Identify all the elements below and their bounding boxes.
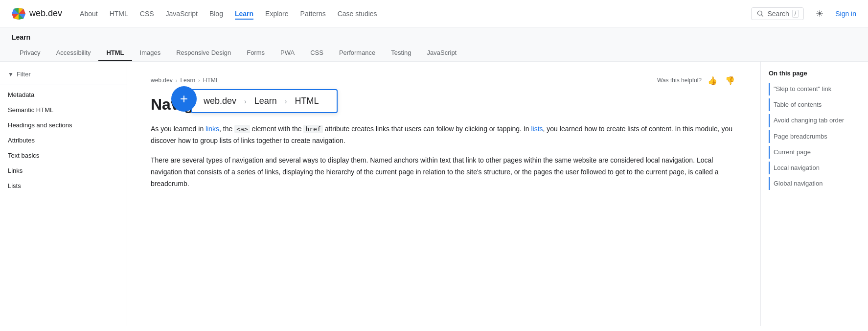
section-header: Learn Privacy Accessibility HTML Images … <box>0 27 868 62</box>
nav-javascript[interactable]: JavaScript <box>166 8 198 20</box>
tab-performance[interactable]: Performance <box>331 45 383 61</box>
breadcrumb-sep-1: › <box>176 77 178 83</box>
helpful-text: Was this helpful? <box>657 77 702 84</box>
breadcrumb-learn[interactable]: Learn <box>180 77 195 84</box>
helpful-row: Was this helpful? 👍 👎 <box>657 73 737 87</box>
breadcrumb: web.dev › Learn › HTML <box>151 77 219 84</box>
toc-current-page[interactable]: Current page <box>769 146 860 159</box>
zoom-tooltip: web.dev › Learn › HTML <box>191 89 338 113</box>
page-body: As you learned in links, the <a> element… <box>151 123 737 189</box>
nav-patterns[interactable]: Patterns <box>300 8 326 20</box>
main-layout: ▼ Filter Metadata Semantic HTML Headings… <box>0 62 868 326</box>
search-icon <box>756 10 764 18</box>
sidebar-item-attributes[interactable]: Attributes <box>0 133 127 148</box>
tab-css[interactable]: CSS <box>302 45 331 61</box>
tab-javascript[interactable]: JavaScript <box>419 45 465 61</box>
right-sidebar: On this page "Skip to content" link Tabl… <box>760 62 868 326</box>
sidebar-item-metadata[interactable]: Metadata <box>0 87 127 102</box>
sidebar-item-text-basics[interactable]: Text basics <box>0 148 127 163</box>
svg-line-9 <box>761 15 763 17</box>
helpful-thumbs-up[interactable]: 👍 <box>706 73 719 87</box>
left-sidebar: ▼ Filter Metadata Semantic HTML Headings… <box>0 62 127 326</box>
toc-skip-to-content[interactable]: "Skip to content" link <box>769 83 860 95</box>
logo[interactable]: web.dev <box>12 7 62 21</box>
nav-about[interactable]: About <box>80 8 98 20</box>
breadcrumb-html[interactable]: HTML <box>203 77 219 84</box>
breadcrumb-webdev[interactable]: web.dev <box>151 77 173 84</box>
tab-html[interactable]: HTML <box>98 45 132 61</box>
slash-badge: / <box>792 10 799 18</box>
sidebar-item-links[interactable]: Links <box>0 163 127 178</box>
tab-images[interactable]: Images <box>132 45 169 61</box>
toc-avoid-changing-tab-order[interactable]: Avoid changing tab order <box>769 114 860 127</box>
sign-in-button[interactable]: Sign in <box>835 10 856 18</box>
logo-icon <box>12 7 25 21</box>
zoom-circle: + <box>171 86 197 112</box>
nav-blog[interactable]: Blog <box>209 8 223 20</box>
tab-forms[interactable]: Forms <box>239 45 273 61</box>
tab-privacy[interactable]: Privacy <box>12 45 48 61</box>
nav-html[interactable]: HTML <box>110 8 128 20</box>
sidebar-item-semantic-html[interactable]: Semantic HTML <box>0 102 127 118</box>
sidebar-divider <box>0 85 127 85</box>
toc-page-breadcrumbs[interactable]: Page breadcrumbs <box>769 130 860 143</box>
sidebar-item-lists[interactable]: Lists <box>0 178 127 193</box>
toc-table-of-contents[interactable]: Table of contents <box>769 98 860 111</box>
top-navigation: web.dev About HTML CSS JavaScript Blog L… <box>0 0 868 27</box>
filter-icon: ▼ <box>8 71 14 78</box>
breadcrumb-row: web.dev › Learn › HTML Was this helpful?… <box>151 73 737 87</box>
search-label: Search <box>767 10 789 18</box>
theme-toggle-button[interactable]: ☀ <box>812 6 827 22</box>
filter-row[interactable]: ▼ Filter <box>0 68 127 83</box>
tooltip-sep-2: › <box>285 97 287 105</box>
nav-explore[interactable]: Explore <box>265 8 288 20</box>
logo-text: web.dev <box>29 8 62 19</box>
toc-global-navigation[interactable]: Global navigation <box>769 177 860 190</box>
paragraph-2: There are several types of navigation an… <box>151 155 737 189</box>
top-nav-links: About HTML CSS JavaScript Blog Learn Exp… <box>80 8 737 20</box>
tab-testing[interactable]: Testing <box>383 45 419 61</box>
helpful-thumbs-down[interactable]: 👎 <box>723 73 737 87</box>
tooltip-learn: Learn <box>254 96 277 106</box>
section-tabs: Privacy Accessibility HTML Images Respon… <box>12 45 856 61</box>
tooltip-html: HTML <box>295 96 319 106</box>
link-lists[interactable]: lists <box>531 125 543 133</box>
nav-right: Search / ☀ Sign in <box>751 6 856 22</box>
sidebar-item-headings[interactable]: Headings and sections <box>0 118 127 133</box>
on-this-page-title: On this page <box>769 70 860 77</box>
tab-pwa[interactable]: PWA <box>273 45 302 61</box>
filter-label: Filter <box>17 71 31 78</box>
nav-learn[interactable]: Learn <box>235 8 253 20</box>
tooltip-sep-1: › <box>244 97 247 105</box>
link-links[interactable]: links <box>206 125 219 133</box>
zoom-plus-icon: + <box>180 92 188 106</box>
paragraph-1: As you learned in links, the <a> element… <box>151 123 737 147</box>
svg-point-8 <box>758 11 762 15</box>
search-box[interactable]: Search / <box>751 7 804 20</box>
content-area: web.dev › Learn › HTML Was this helpful?… <box>127 62 760 326</box>
section-title: Learn <box>12 33 856 41</box>
breadcrumb-sep-2: › <box>198 77 200 83</box>
tooltip-webdev: web.dev <box>204 96 236 106</box>
tab-accessibility[interactable]: Accessibility <box>48 45 99 61</box>
nav-css[interactable]: CSS <box>140 8 154 20</box>
tab-responsive-design[interactable]: Responsive Design <box>168 45 239 61</box>
nav-case-studies[interactable]: Case studies <box>338 8 377 20</box>
toc-local-navigation[interactable]: Local navigation <box>769 162 860 174</box>
